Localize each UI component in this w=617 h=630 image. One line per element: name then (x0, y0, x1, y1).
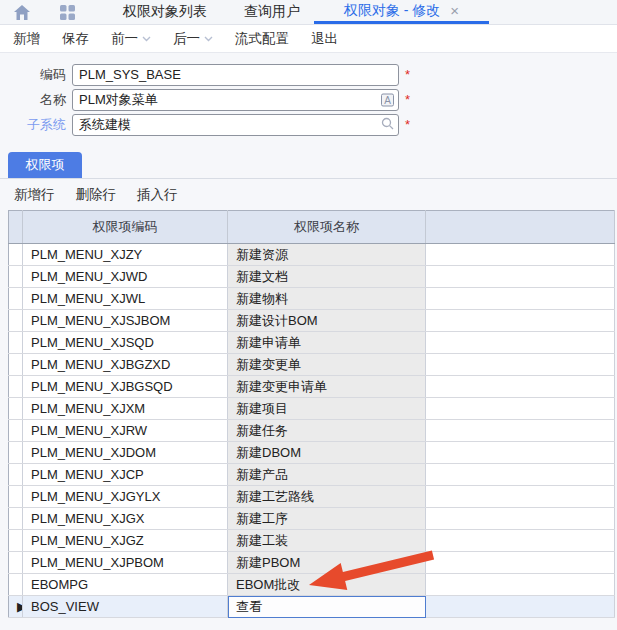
table-row[interactable]: PLM_MENU_XJZY新建资源 (9, 244, 615, 266)
permission-name-cell[interactable]: 新建任务 (228, 420, 426, 442)
insert-row-button[interactable]: 插入行 (137, 186, 178, 204)
form-row-code: 编码 * (0, 62, 617, 87)
name-input[interactable] (72, 89, 399, 111)
permission-name-cell[interactable]: 新建物料 (228, 288, 426, 310)
permission-name-cell[interactable]: 新建产品 (228, 464, 426, 486)
permission-name-cell[interactable]: 查看 (228, 596, 426, 618)
table-row[interactable]: PLM_MENU_XJSJBOM新建设计BOM (9, 310, 615, 332)
row-marker-cell (9, 486, 23, 508)
empty-cell (426, 266, 615, 288)
new-button[interactable]: 新增 (13, 30, 40, 48)
permission-items-panel: 新增行 删除行 插入行 权限项编码 权限项名称 PLM_MENU_XJZY新建资… (0, 178, 617, 618)
table-row[interactable]: PLM_MENU_XJGX新建工序 (9, 508, 615, 530)
table-row[interactable]: PLM_MENU_XJWL新建物料 (9, 288, 615, 310)
empty-cell (426, 332, 615, 354)
tab-permission-object-list[interactable]: 权限对象列表 (100, 0, 230, 24)
tab-permission-object-edit[interactable]: 权限对象 - 修改 × (314, 0, 489, 24)
table-row[interactable]: PLM_MENU_XJXM新建项目 (9, 398, 615, 420)
permission-name-cell[interactable]: 新建DBOM (228, 442, 426, 464)
permission-code-cell[interactable]: PLM_MENU_XJZY (23, 244, 228, 266)
table-row[interactable]: PLM_MENU_XJRW新建任务 (9, 420, 615, 442)
form-row-name: 名称 A * (0, 87, 617, 112)
permission-name-cell[interactable]: 新建申请单 (228, 332, 426, 354)
empty-cell (426, 530, 615, 552)
empty-cell (426, 244, 615, 266)
apps-grid-icon[interactable] (59, 4, 76, 24)
code-input[interactable] (72, 64, 399, 86)
permission-table-body: PLM_MENU_XJZY新建资源PLM_MENU_XJWD新建文档PLM_ME… (9, 244, 615, 618)
delete-row-button[interactable]: 删除行 (76, 186, 117, 204)
next-label: 后一 (173, 30, 200, 48)
home-icon[interactable] (13, 4, 31, 24)
table-row[interactable]: PLM_MENU_XJSQD新建申请单 (9, 332, 615, 354)
table-row[interactable]: PLM_MENU_XJGYLX新建工艺路线 (9, 486, 615, 508)
permission-code-cell[interactable]: PLM_MENU_XJXM (23, 398, 228, 420)
permission-name-cell[interactable]: 新建变更单 (228, 354, 426, 376)
empty-cell (426, 288, 615, 310)
required-mark: * (405, 67, 410, 82)
row-marker-cell (9, 442, 23, 464)
content-area: 编码 * 名称 A * 子系统 (0, 53, 617, 629)
table-row[interactable]: EBOMPGEBOM批改 (9, 574, 615, 596)
permission-name-cell[interactable]: EBOM批改 (228, 574, 426, 596)
empty-cell (426, 354, 615, 376)
table-row[interactable]: PLM_MENU_XJCP新建产品 (9, 464, 615, 486)
empty-cell (426, 552, 615, 574)
column-header-code[interactable]: 权限项编码 (23, 211, 228, 244)
permission-code-cell[interactable]: BOS_VIEW (23, 596, 228, 618)
row-marker-cell (9, 310, 23, 332)
permission-code-cell[interactable]: PLM_MENU_XJSJBOM (23, 310, 228, 332)
column-header-name[interactable]: 权限项名称 (228, 211, 426, 244)
chevron-down-icon (204, 34, 213, 43)
multilang-text-icon[interactable]: A (381, 93, 394, 106)
permission-code-cell[interactable]: PLM_MENU_XJBGZXD (23, 354, 228, 376)
tab-bar: 权限对象列表 查询用户 权限对象 - 修改 × (0, 0, 617, 25)
empty-cell (426, 420, 615, 442)
close-icon[interactable]: × (450, 3, 459, 18)
add-row-button[interactable]: 新增行 (14, 186, 55, 204)
table-row[interactable]: PLM_MENU_XJGZ新建工装 (9, 530, 615, 552)
permission-code-cell[interactable]: PLM_MENU_XJSQD (23, 332, 228, 354)
permission-code-cell[interactable]: PLM_MENU_XJGX (23, 508, 228, 530)
exit-button[interactable]: 退出 (311, 30, 338, 48)
permission-code-cell[interactable]: PLM_MENU_XJWD (23, 266, 228, 288)
permission-code-cell[interactable]: PLM_MENU_XJGYLX (23, 486, 228, 508)
permission-name-cell[interactable]: 新建工序 (228, 508, 426, 530)
code-label: 编码 (0, 66, 72, 84)
permission-code-cell[interactable]: PLM_MENU_XJWL (23, 288, 228, 310)
empty-cell (426, 508, 615, 530)
table-row[interactable]: ▶BOS_VIEW查看 (9, 596, 615, 618)
permission-code-cell[interactable]: PLM_MENU_XJBGSQD (23, 376, 228, 398)
table-row[interactable]: PLM_MENU_XJDOM新建DBOM (9, 442, 615, 464)
row-marker-cell: ▶ (9, 596, 23, 618)
table-row[interactable]: PLM_MENU_XJBGSQD新建变更申请单 (9, 376, 615, 398)
subsystem-input[interactable] (72, 114, 399, 136)
search-icon[interactable] (381, 117, 394, 133)
permission-name-cell[interactable]: 新建变更申请单 (228, 376, 426, 398)
subsystem-label[interactable]: 子系统 (0, 116, 72, 134)
permission-code-cell[interactable]: PLM_MENU_XJGZ (23, 530, 228, 552)
flow-config-button[interactable]: 流式配置 (235, 30, 289, 48)
permission-code-cell[interactable]: EBOMPG (23, 574, 228, 596)
permission-code-cell[interactable]: PLM_MENU_XJRW (23, 420, 228, 442)
table-row[interactable]: PLM_MENU_XJPBOM新建PBOM (9, 552, 615, 574)
save-button[interactable]: 保存 (62, 30, 89, 48)
permission-code-cell[interactable]: PLM_MENU_XJCP (23, 464, 228, 486)
tab-permission-items[interactable]: 权限项 (8, 152, 82, 178)
permission-code-cell[interactable]: PLM_MENU_XJPBOM (23, 552, 228, 574)
permission-name-cell[interactable]: 新建工装 (228, 530, 426, 552)
row-marker-cell (9, 244, 23, 266)
permission-code-cell[interactable]: PLM_MENU_XJDOM (23, 442, 228, 464)
tab-query-user[interactable]: 查询用户 (230, 0, 314, 24)
permission-name-cell[interactable]: 新建文档 (228, 266, 426, 288)
row-marker-cell (9, 398, 23, 420)
permission-name-cell[interactable]: 新建设计BOM (228, 310, 426, 332)
permission-name-cell[interactable]: 新建PBOM (228, 552, 426, 574)
permission-name-cell[interactable]: 新建项目 (228, 398, 426, 420)
previous-button[interactable]: 前一 (111, 30, 151, 48)
table-row[interactable]: PLM_MENU_XJWD新建文档 (9, 266, 615, 288)
permission-name-cell[interactable]: 新建工艺路线 (228, 486, 426, 508)
permission-name-cell[interactable]: 新建资源 (228, 244, 426, 266)
next-button[interactable]: 后一 (173, 30, 213, 48)
table-row[interactable]: PLM_MENU_XJBGZXD新建变更单 (9, 354, 615, 376)
